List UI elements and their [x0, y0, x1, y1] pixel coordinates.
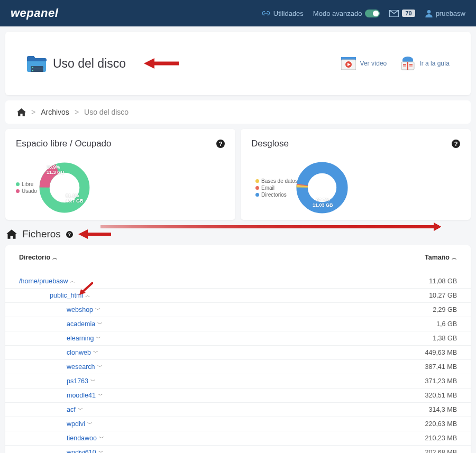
dir-size: 220,63 MB [425, 420, 457, 428]
username: pruebasw [436, 10, 465, 17]
file-row-root[interactable]: /home/pruebasw ︿ 11,08 GB [5, 270, 471, 288]
home-icon[interactable] [17, 108, 26, 116]
dir-name[interactable]: moodle41﹀ [19, 392, 103, 399]
file-row[interactable]: elearning﹀1,38 GB [5, 331, 471, 345]
col-header-size[interactable]: Tamaño︿ [425, 254, 457, 262]
dir-name[interactable]: acf﹀ [19, 406, 83, 413]
file-row[interactable]: acf﹀314,3 MB [5, 402, 471, 417]
dir-size: 371,23 MB [425, 377, 457, 385]
disk-usage-icon [26, 56, 45, 71]
svg-rect-10 [403, 64, 406, 65]
chevron-down-icon: ﹀ [78, 406, 83, 413]
col-header-directory[interactable]: Directorio︿ [19, 254, 58, 262]
dir-size: 202,68 MB [425, 449, 457, 453]
chevron-down-icon: ﹀ [96, 335, 101, 342]
chevron-down-icon: ﹀ [98, 392, 103, 399]
file-row[interactable]: clonweb﹀449,63 MB [5, 345, 471, 359]
file-row[interactable]: tiendawoo﹀210,23 MB [5, 431, 471, 445]
breadcrumb-separator: > [75, 108, 79, 116]
svg-point-0 [427, 10, 431, 14]
breadcrumb-separator: > [31, 108, 35, 116]
annotation-arrow-icon [144, 58, 179, 69]
title-card: Uso del disco Ver vídeo [5, 32, 471, 95]
user-menu[interactable]: pruebasw [425, 9, 465, 17]
sort-asc-icon: ︿ [52, 255, 58, 261]
file-row-publichtml[interactable]: public_html ︿ 10,27 GB [5, 288, 471, 302]
toggle-switch[interactable] [365, 10, 380, 17]
dir-size: 11,08 GB [429, 278, 457, 285]
user-icon [425, 9, 433, 17]
dir-size: 210,23 MB [425, 434, 457, 442]
dir-size: 2,29 GB [433, 306, 457, 313]
dir-name[interactable]: academia﹀ [19, 320, 103, 328]
file-row[interactable]: wpdivi610﹀202,68 MB [5, 445, 471, 453]
space-donut-chart: 18.9% 11.3 GB 81.1% 48.7 GB [33, 161, 96, 214]
go-to-guide-label: Ir a la guía [419, 60, 450, 67]
svg-point-3 [32, 67, 33, 68]
video-icon [341, 57, 356, 70]
dir-name[interactable]: ps1763﹀ [19, 377, 96, 385]
panel-breakdown-title: Desglose [251, 138, 289, 149]
file-row[interactable]: ps1763﹀371,23 MB [5, 374, 471, 388]
chevron-down-icon: ﹀ [93, 349, 98, 356]
dir-size: 449,63 MB [425, 349, 457, 356]
help-icon[interactable]: ? [216, 140, 225, 148]
dir-name[interactable]: wpdivi﹀ [19, 420, 93, 428]
breadcrumb-current: Uso del disco [84, 108, 129, 116]
page-title: Uso del disco [53, 57, 126, 71]
dir-name[interactable]: /home/pruebasw ︿ [19, 278, 75, 285]
file-row[interactable]: wesearch﹀387,41 MB [5, 359, 471, 374]
ficheros-title: Ficheros [22, 228, 61, 240]
dir-size: 1,6 GB [436, 320, 457, 328]
logo[interactable]: wepanel [11, 6, 58, 20]
panel-space-title: Espacio libre / Ocupado [16, 138, 112, 149]
help-icon[interactable]: ? [452, 140, 460, 148]
go-to-guide-link[interactable]: Ir a la guía [400, 57, 450, 70]
dir-size: 10,27 GB [429, 292, 457, 299]
dir-name[interactable]: clonweb﹀ [19, 349, 98, 356]
chevron-down-icon: ﹀ [98, 449, 104, 453]
advanced-mode-toggle[interactable]: Modo avanzado [313, 10, 380, 17]
dir-name[interactable]: wesearch﹀ [19, 363, 103, 371]
svg-rect-12 [409, 64, 413, 65]
chevron-down-icon: ﹀ [97, 363, 103, 371]
panel-space: Espacio libre / Ocupado ? Libre Usado [5, 129, 235, 220]
watch-video-link[interactable]: Ver vídeo [341, 57, 387, 70]
mail-count-badge: 70 [402, 10, 415, 17]
envelope-icon [389, 10, 399, 17]
file-row[interactable]: academia﹀1,6 GB [5, 317, 471, 331]
svg-rect-5 [341, 57, 356, 60]
guide-icon [400, 57, 415, 70]
advanced-mode-label: Modo avanzado [313, 10, 362, 17]
file-row[interactable]: moodle41﹀320,51 MB [5, 388, 471, 402]
utilities-label: Utilidades [273, 10, 304, 17]
dir-size: 320,51 MB [425, 392, 457, 399]
chevron-up-icon: ︿ [70, 278, 75, 285]
dir-name[interactable]: wpdivi610﹀ [19, 449, 104, 453]
app-header: wepanel Utilidades Modo avanzado 70 prue… [0, 0, 476, 26]
mail-button[interactable]: 70 [389, 10, 415, 17]
breadcrumb: > Archivos > Uso del disco [5, 100, 471, 124]
dir-size: 387,41 MB [425, 363, 457, 371]
dir-name[interactable]: elearning﹀ [19, 335, 101, 342]
breadcrumb-archivos[interactable]: Archivos [41, 108, 69, 116]
home-icon [6, 229, 17, 239]
svg-rect-9 [407, 62, 408, 70]
ficheros-heading: Ficheros ? [0, 225, 476, 245]
annotation-arrow-icon [79, 282, 93, 295]
file-row[interactable]: wpdivi﹀220,63 MB [5, 417, 471, 431]
annotation-arrow-icon [78, 229, 111, 239]
panel-breakdown: Desglose ? Bases de datos Email Director… [241, 129, 471, 220]
chevron-down-icon: ﹀ [95, 306, 100, 313]
breakdown-donut-chart: 97.7% 11.03 GB [290, 161, 354, 214]
chevron-down-icon: ﹀ [97, 320, 103, 328]
help-icon[interactable]: ? [66, 231, 73, 238]
file-row[interactable]: webshop﹀2,29 GB [5, 302, 471, 317]
dir-name[interactable]: tiendawoo﹀ [19, 434, 104, 442]
files-table: Directorio︿ Tamaño︿ /home/pruebasw ︿ 11,… [5, 245, 471, 453]
chevron-down-icon: ﹀ [90, 377, 96, 385]
dir-name[interactable]: webshop﹀ [19, 306, 100, 313]
sort-asc-icon: ︿ [452, 255, 457, 261]
utilities-link[interactable]: Utilidades [262, 10, 304, 17]
chevron-down-icon: ﹀ [87, 420, 93, 428]
